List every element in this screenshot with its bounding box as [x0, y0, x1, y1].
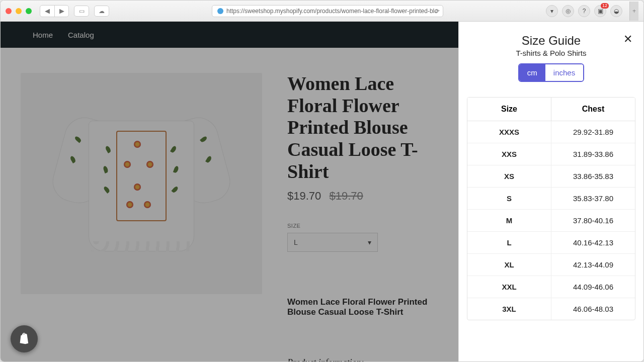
size-cell: L [467, 232, 551, 253]
size-guide-title: Size Guide [471, 34, 631, 48]
size-table-row: M37.80-40.16 [467, 210, 635, 232]
window-maximize[interactable] [26, 8, 32, 14]
shopify-icon [17, 332, 31, 346]
sidebar-toggle-button[interactable]: ▭ [74, 6, 89, 17]
unit-cm-button[interactable]: cm [519, 64, 545, 81]
size-cell: M [467, 210, 551, 231]
extension-button-4[interactable]: ◒ [610, 5, 622, 17]
size-table-row: XS33.86-35.83 [467, 165, 635, 188]
size-table-row: XL42.13-44.09 [467, 254, 635, 276]
window-minimize[interactable] [16, 8, 22, 14]
chest-cell: 31.89-33.86 [551, 143, 635, 165]
chest-cell: 33.86-35.83 [551, 165, 635, 187]
back-button[interactable]: ◀ [40, 6, 54, 17]
size-guide-subtitle: T-shirts & Polo Shirts [471, 49, 631, 57]
cloud-tabs-button[interactable]: ☁ [94, 6, 109, 17]
close-icon[interactable]: ✕ [623, 33, 632, 46]
size-cell: XXXS [467, 121, 551, 143]
modal-backdrop[interactable] [1, 22, 458, 362]
col-size: Size [467, 98, 551, 121]
size-cell: 3XL [467, 298, 551, 320]
chest-cell: 42.13-44.09 [551, 254, 635, 276]
chest-cell: 35.83-37.80 [551, 188, 635, 209]
shopify-chat-bubble[interactable] [11, 325, 38, 352]
size-table-row: 3XL46.06-48.03 [467, 298, 635, 320]
browser-toolbar: ◀ ▶ ▭ ☁ https://sweetshop.myshopify.com/… [1, 1, 643, 22]
site-identity-icon [217, 8, 223, 14]
window-close[interactable] [6, 8, 12, 14]
size-table-header: Size Chest [467, 98, 635, 121]
chest-cell: 46.06-48.03 [551, 298, 635, 320]
size-table-row: S35.83-37.80 [467, 188, 635, 210]
size-table-row: XXXS29.92-31.89 [467, 121, 635, 143]
size-table-row: XXS31.89-33.86 [467, 143, 635, 165]
unit-inches-button[interactable]: inches [545, 64, 583, 81]
address-bar[interactable]: https://sweetshop.myshopify.com/products… [212, 5, 443, 17]
size-cell: XXS [467, 143, 551, 165]
url-text: https://sweetshop.myshopify.com/products… [226, 8, 438, 15]
browser-window: ◀ ▶ ▭ ☁ https://sweetshop.myshopify.com/… [0, 0, 644, 362]
size-cell: XXL [467, 276, 551, 298]
forward-button[interactable]: ▶ [54, 6, 68, 17]
extension-button-2[interactable]: ? [578, 5, 590, 17]
col-chest: Chest [551, 98, 635, 121]
new-tab-button[interactable]: + [629, 2, 638, 21]
extension-button-1[interactable]: ◎ [562, 5, 574, 17]
size-cell: XS [467, 165, 551, 187]
window-controls [6, 8, 32, 14]
size-cell: S [467, 188, 551, 209]
reload-icon[interactable]: ⟳ [435, 8, 440, 15]
notification-badge: 12 [601, 3, 609, 9]
chest-cell: 44.09-46.06 [551, 276, 635, 298]
extension-button-3[interactable]: ▣12 [594, 5, 606, 17]
unit-toggle: cm inches [518, 63, 584, 82]
size-table-row: L40.16-42.13 [467, 232, 635, 254]
size-guide-panel: Size Guide T-shirts & Polo Shirts ✕ cm i… [458, 22, 643, 362]
size-table-row: XXL44.09-46.06 [467, 276, 635, 298]
size-table: Size Chest XXXS29.92-31.89XXS31.89-33.86… [467, 97, 635, 320]
chest-cell: 40.16-42.13 [551, 232, 635, 253]
download-button[interactable]: ▾ [546, 5, 558, 17]
chest-cell: 37.80-40.16 [551, 210, 635, 231]
page-content: Home Catalog [1, 22, 458, 362]
size-cell: XL [467, 254, 551, 276]
chest-cell: 29.92-31.89 [551, 121, 635, 143]
